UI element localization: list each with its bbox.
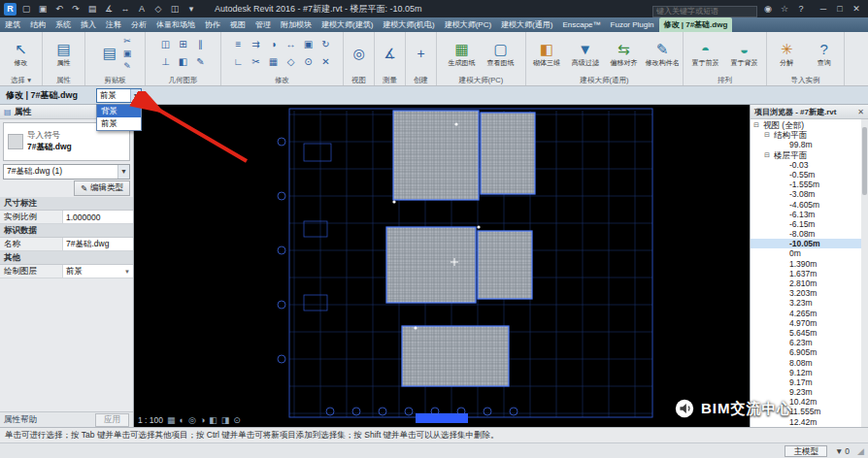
expand-icon[interactable]: ⊟ [764,130,772,140]
section-icon[interactable]: ◫ [168,2,182,16]
dropdown-item-foreground[interactable]: 前景 [97,117,141,130]
browser-tree-item[interactable]: -1.555m [751,180,868,189]
delete-icon[interactable]: ✕ [317,53,335,71]
chevron-down-icon[interactable]: ▼ [130,89,141,102]
type-selector[interactable]: 7#基础.dwg (1) ▼ [3,164,130,180]
ribbon-tab[interactable]: 系统 [50,17,76,32]
expand-icon[interactable] [780,229,787,239]
properties-toggle-button[interactable]: ▤属性 [46,41,83,67]
expand-icon[interactable] [780,358,787,368]
advanced-filter-button[interactable]: ▼高级过滤 [567,41,604,67]
revit-logo[interactable]: R [4,3,17,16]
align-icon[interactable]: ≡ [230,36,248,53]
ribbon-tab[interactable]: 体量和场地 [151,17,200,32]
ribbon-tab[interactable]: 插入 [76,17,101,32]
move-icon[interactable]: ↔ [283,36,300,53]
scale-icon[interactable]: ◇ [283,53,300,71]
browser-scrollbar[interactable] [861,119,868,427]
expand-icon[interactable] [780,269,787,278]
search-input[interactable] [652,6,757,17]
tree-structural-plans[interactable]: ⊟ 结构平面 [751,130,868,140]
masonry-3d-button[interactable]: ◧砌体三维 [528,41,565,67]
rename-element-button[interactable]: ✎修改构件名 [644,41,681,67]
ribbon-tab[interactable]: 分析 [126,17,151,32]
expand-icon[interactable] [780,417,787,427]
ribbon-tab[interactable]: 视图 [225,17,250,32]
favorites-icon[interactable]: ☆ [778,2,791,16]
reveal-hidden-icon[interactable]: ⊙ [233,415,241,425]
visual-style-icon[interactable]: ◐ [180,415,184,425]
offset-align-button[interactable]: ⇆偏移对齐 [606,41,643,67]
browser-tree-item[interactable]: -3.08m [751,189,868,199]
expand-icon[interactable] [780,347,787,357]
expand-icon[interactable] [780,160,787,170]
array-icon[interactable]: ▦ [265,53,283,71]
browser-tree-item[interactable]: -0.55m [751,170,868,180]
browser-tree-item[interactable]: -4.605m [751,200,868,210]
send-to-front-button[interactable]: ◓置于前景 [687,41,724,67]
ribbon-tab[interactable]: 建模大师(PC) [440,17,496,32]
properties-help-link[interactable]: 属性帮助 [4,414,37,426]
rotate-icon[interactable]: ↻ [317,36,335,53]
paste-button[interactable]: ▤ [99,45,120,62]
modify-tool-button[interactable]: ↖修改 [3,41,40,67]
tree-floor-plans[interactable]: ⊟ 楼层平面 [751,150,868,160]
expand-icon[interactable] [780,200,787,210]
detail-level-icon[interactable]: ▦ [167,415,176,425]
browser-tree-item[interactable]: 12.42m [751,417,868,427]
pin-icon[interactable]: ⊙ [300,53,317,71]
expand-icon[interactable] [780,288,787,298]
beam-joins-icon[interactable]: ⊥ [157,53,175,71]
offset-icon[interactable]: ⇉ [248,36,265,53]
paint-icon[interactable]: ✎ [192,53,210,71]
explode-button[interactable]: ✳分解 [769,41,805,67]
active-workset-select[interactable]: 主模型 [785,445,827,457]
measure-panel-icon[interactable]: ∡ [384,45,396,62]
close-icon[interactable]: ✕ [857,108,864,116]
undo-icon[interactable]: ↶ [52,2,66,16]
ribbon-tab[interactable]: 注释 [101,17,126,32]
group-other[interactable]: 其他 [0,251,133,265]
browser-tree-item[interactable]: 2.810m [751,278,868,288]
expand-icon[interactable] [780,407,787,416]
ribbon-tab[interactable]: Enscape™ [557,17,605,32]
expand-icon[interactable] [780,219,787,229]
group-dimensions[interactable]: 尺寸标注 [0,197,133,211]
mirror-icon[interactable]: ◑ [265,36,283,53]
split-icon[interactable]: ✂ [248,53,265,71]
ribbon-tab[interactable]: 建模大师(建筑) [317,17,378,32]
chevron-down-icon[interactable]: ▼ [117,165,129,179]
browser-tree-item[interactable]: 1.390m [751,259,868,269]
expand-icon[interactable] [780,309,787,318]
selection-filter-icon[interactable]: ▼ [835,446,843,456]
send-to-back-button[interactable]: ◒置于背景 [726,41,763,67]
view-scale[interactable]: 1 : 100 [138,415,163,425]
expand-icon[interactable] [780,318,787,328]
sign-in-icon[interactable]: ◉ [761,2,775,16]
edit-type-button[interactable]: ✎ 编辑类型 [74,180,130,196]
browser-tree-item[interactable]: 9.17m [751,377,868,387]
redo-icon[interactable]: ↷ [69,2,83,16]
cut-geometry-icon[interactable]: ◫ [157,36,175,53]
browser-tree-item[interactable]: 4.970m [751,318,868,328]
view-sheet-button[interactable]: ▢查看图纸 [483,41,519,67]
expand-icon[interactable] [780,397,787,407]
chevron-down-icon[interactable]: ▼ [124,269,130,275]
crop-region-icon[interactable]: ◨ [221,415,230,425]
browser-tree-item[interactable]: 9.12m [751,368,868,377]
expand-icon[interactable] [780,248,787,258]
expand-icon[interactable] [780,328,787,338]
sun-path-icon[interactable]: ◎ [188,415,196,425]
tree-views-all[interactable]: ⊟ 视图 (全部) [751,120,868,130]
default-3d-view-icon[interactable]: ◇ [151,2,165,16]
query-button[interactable]: ?查询 [807,41,843,67]
expand-icon[interactable] [780,140,787,149]
expand-icon[interactable] [780,368,787,377]
expand-icon[interactable] [780,239,787,248]
open-icon[interactable]: ▢ [19,2,33,16]
expand-icon[interactable] [780,377,787,387]
resize-grip[interactable]: ◢ [857,446,864,456]
maximize-button[interactable]: □ [832,2,848,16]
browser-tree-item[interactable]: -6.13m [751,210,868,219]
ribbon-tab[interactable]: 建模大师(通用) [496,17,557,32]
